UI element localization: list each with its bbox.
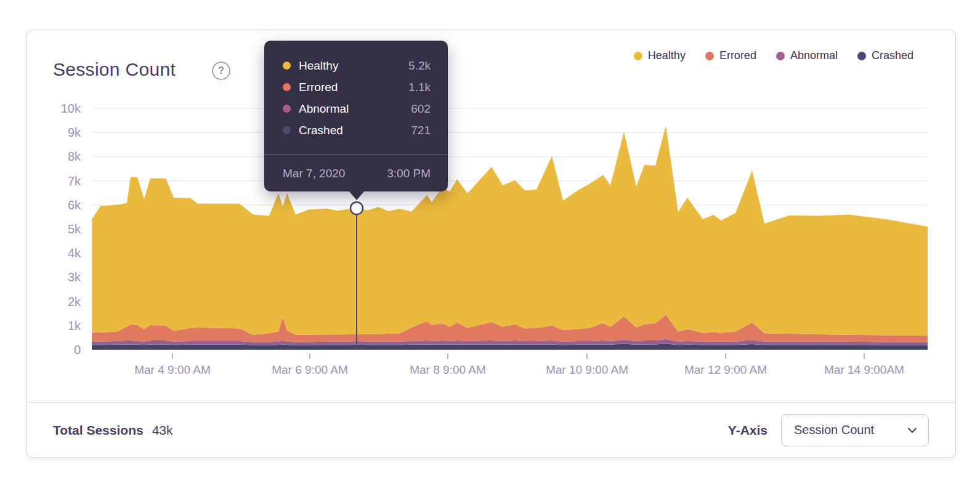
legend-item-label: Abnormal	[790, 49, 838, 62]
yaxis-select-value: Session Count	[794, 423, 874, 437]
x-axis-label: Mar 12 9:00 AM	[664, 363, 787, 377]
yaxis-label: Y-Axis	[728, 423, 767, 438]
help-icon[interactable]: ?	[212, 62, 230, 80]
tooltip-time: 3:00 PM	[387, 167, 431, 180]
tooltip-series-label: Crashed	[299, 124, 411, 137]
y-axis-label: 5k	[27, 221, 81, 237]
page-title: Session Count	[53, 59, 176, 80]
session-count-card: Session Count ? HealthyErroredAbnormalCr…	[26, 30, 956, 458]
legend-item-abnormal[interactable]: Abnormal	[776, 49, 838, 62]
chart-tooltip: Healthy5.2kErrored1.1kAbnormal602Crashed…	[264, 41, 448, 191]
y-axis-label: 3k	[27, 269, 81, 285]
tooltip-series-value: 602	[411, 102, 431, 116]
yaxis-select[interactable]: Session Count	[781, 414, 929, 446]
y-axis-label: 7k	[27, 173, 81, 189]
legend-item-errored[interactable]: Errored	[705, 49, 756, 62]
y-axis-label: 1k	[27, 318, 81, 334]
legend-swatch-icon	[857, 52, 866, 60]
legend-swatch-icon	[634, 52, 642, 60]
tooltip-swatch-icon	[283, 62, 291, 70]
tooltip-row-errored: Errored1.1k	[283, 76, 431, 98]
x-axis-tick	[586, 353, 588, 359]
tooltip-series-label: Healthy	[299, 59, 408, 73]
x-axis-tick	[725, 353, 726, 359]
tooltip-row-healthy: Healthy5.2k	[283, 55, 431, 76]
x-axis-tick	[172, 353, 173, 359]
tooltip-rows: Healthy5.2kErrored1.1kAbnormal602Crashed…	[264, 41, 448, 141]
x-axis-label: Mar 8 9:00 AM	[386, 363, 509, 377]
tooltip-pointer-icon	[349, 191, 364, 200]
legend-swatch-icon	[705, 52, 714, 60]
x-axis-tick	[309, 353, 310, 359]
y-axis-label: 6k	[27, 197, 81, 213]
x-axis-label: Mar 4 9:00 AM	[111, 363, 234, 377]
tooltip-series-label: Abnormal	[299, 102, 411, 116]
tooltip-series-label: Errored	[299, 81, 408, 94]
area-series-healthy	[92, 126, 928, 336]
tooltip-series-value: 5.2k	[408, 59, 431, 73]
y-axis-label: 9k	[27, 124, 81, 140]
y-axis-label: 10k	[27, 100, 81, 116]
total-sessions-value: 43k	[152, 423, 173, 438]
x-axis-label: Mar 10 9:00 AM	[525, 363, 649, 377]
legend-item-label: Errored	[719, 49, 756, 62]
card-footer: Total Sessions 43k Y-Axis Session Count	[27, 402, 955, 457]
tooltip-swatch-icon	[283, 126, 291, 134]
y-axis-labels: 10k9k8k7k6k5k4k3k2k1k0	[27, 108, 81, 350]
chart-legend: HealthyErroredAbnormalCrashed	[634, 49, 913, 62]
legend-item-healthy[interactable]: Healthy	[634, 49, 686, 62]
x-axis-label: Mar 6 9:00 AM	[248, 363, 371, 377]
chart-plot-area[interactable]: Healthy5.2kErrored1.1kAbnormal602Crashed…	[92, 108, 928, 350]
tooltip-row-abnormal: Abnormal602	[283, 98, 431, 119]
tooltip-row-crashed: Crashed721	[283, 119, 431, 141]
y-axis-label: 0	[27, 342, 81, 358]
tooltip-date: Mar 7, 2020	[283, 167, 345, 180]
y-axis-label: 8k	[27, 148, 81, 164]
tooltip-series-value: 1.1k	[408, 81, 431, 94]
tooltip-swatch-icon	[283, 83, 291, 91]
x-axis-tick	[447, 353, 448, 359]
x-axis-label: Mar 14 9:00AM	[803, 363, 926, 377]
y-axis-label: 4k	[27, 245, 81, 261]
tooltip-swatch-icon	[283, 105, 291, 113]
chevron-down-icon	[907, 427, 917, 433]
legend-item-label: Crashed	[872, 49, 913, 62]
y-axis-label: 2k	[27, 294, 81, 310]
stacked-area-chart	[92, 108, 928, 350]
tooltip-footer: Mar 7, 2020 3:00 PM	[264, 155, 448, 191]
legend-swatch-icon	[776, 52, 785, 60]
legend-item-label: Healthy	[648, 49, 686, 62]
legend-item-crashed[interactable]: Crashed	[857, 49, 913, 62]
marker-point	[350, 202, 363, 214]
total-sessions-label: Total Sessions	[53, 423, 144, 438]
x-axis-tick	[864, 353, 865, 359]
tooltip-series-value: 721	[411, 124, 431, 137]
